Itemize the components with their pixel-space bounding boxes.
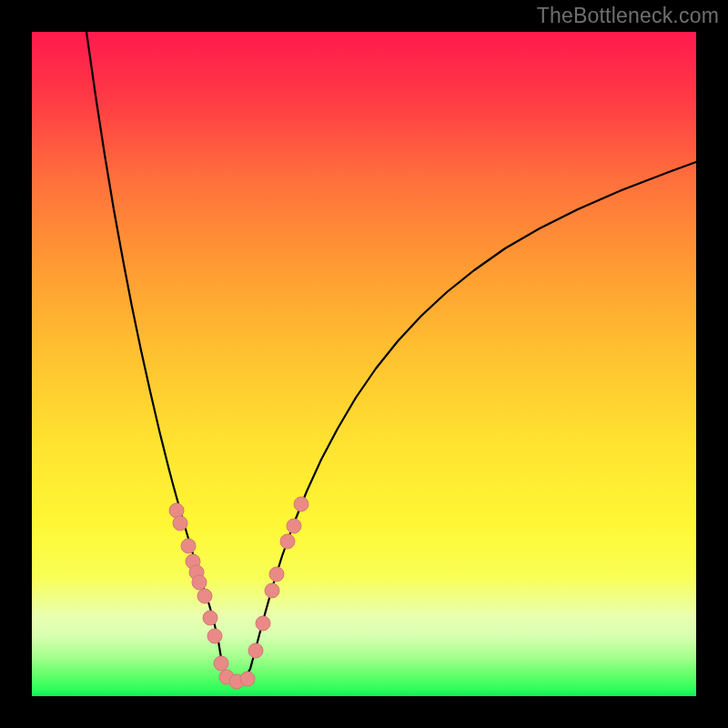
data-dot — [214, 656, 228, 671]
data-dot — [248, 643, 263, 658]
data-dot — [287, 519, 301, 533]
data-dot — [207, 629, 222, 643]
plot-area — [32, 32, 696, 696]
data-dot — [280, 534, 295, 549]
data-dot — [294, 497, 308, 511]
watermark-text: TheBottleneck.com — [537, 4, 719, 28]
data-dot — [269, 567, 284, 581]
data-dot — [256, 616, 270, 631]
data-dot — [197, 589, 212, 603]
data-dot — [192, 575, 207, 590]
data-dot — [169, 503, 184, 518]
data-dots — [169, 497, 308, 689]
data-dot — [265, 583, 279, 598]
data-dot — [240, 672, 255, 686]
data-dot — [173, 516, 187, 531]
bottleneck-curve — [86, 32, 696, 682]
data-dot — [203, 611, 217, 625]
data-dot — [181, 539, 196, 553]
chart-svg — [32, 32, 696, 696]
